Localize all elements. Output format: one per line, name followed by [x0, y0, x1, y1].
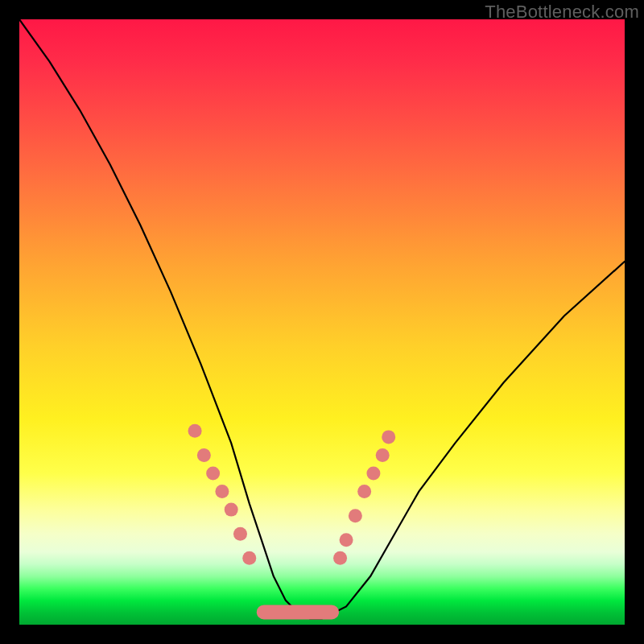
bottleneck-curve [19, 19, 625, 619]
curve-marker [197, 448, 211, 462]
curve-marker [382, 430, 395, 444]
curve-marker [233, 527, 247, 541]
curve-marker-bar [257, 605, 339, 619]
watermark-text: TheBottleneck.com [485, 2, 639, 23]
curve-marker [349, 509, 362, 522]
chart-frame: TheBottleneck.com [0, 0, 644, 644]
curve-marker [188, 424, 202, 438]
curve-marker [242, 551, 256, 565]
plot-area [19, 19, 625, 625]
curve-layer [19, 19, 625, 625]
curve-marker [206, 467, 220, 481]
curve-marker [357, 485, 371, 498]
curve-marker [366, 467, 380, 481]
curve-marker [376, 448, 390, 462]
curve-markers [188, 424, 396, 620]
curve-marker [340, 533, 353, 547]
curve-marker [225, 503, 238, 517]
curve-marker [215, 485, 229, 498]
curve-marker [333, 551, 347, 565]
